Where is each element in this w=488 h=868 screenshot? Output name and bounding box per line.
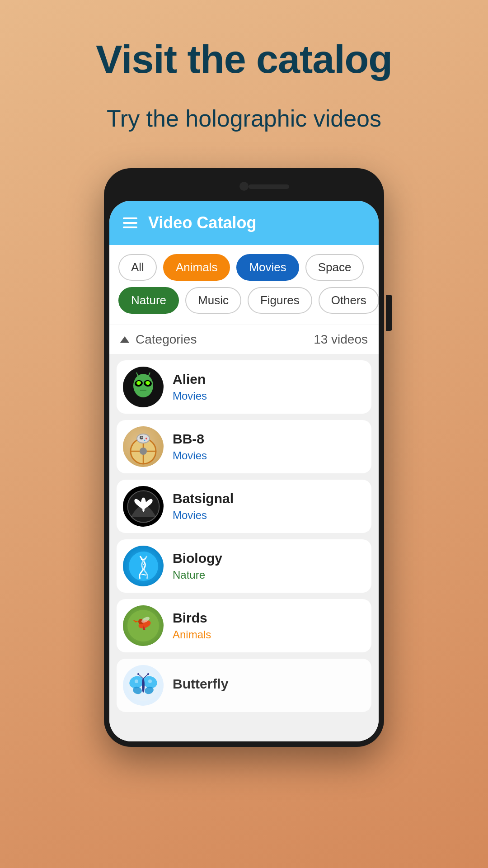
svg-point-15 xyxy=(141,437,143,438)
item-name: Birds xyxy=(173,610,211,626)
batsignal-info: Batsignal Movies xyxy=(173,491,234,522)
phone-notch xyxy=(109,174,379,201)
page-title: Visit the catalog xyxy=(0,36,488,82)
batsignal-avatar xyxy=(123,486,164,527)
phone-frame: Video Catalog All Animals Movies Space N… xyxy=(104,168,384,747)
menu-icon[interactable] xyxy=(123,217,137,228)
filter-all[interactable]: All xyxy=(118,254,157,281)
item-category: Nature xyxy=(173,569,222,581)
svg-point-21 xyxy=(129,552,158,581)
bb8-avatar xyxy=(123,426,164,467)
biology-avatar xyxy=(123,546,164,586)
svg-point-39 xyxy=(147,673,149,675)
item-name: BB-8 xyxy=(173,431,207,447)
chevron-up-icon[interactable] xyxy=(120,336,129,343)
item-name: Biology xyxy=(173,551,222,566)
item-name: Alien xyxy=(173,372,207,387)
filter-music[interactable]: Music xyxy=(185,287,241,314)
butterfly-info: Butterfly xyxy=(173,676,228,694)
svg-point-40 xyxy=(135,679,138,683)
filter-others[interactable]: Others xyxy=(319,287,379,314)
biology-info: Biology Nature xyxy=(173,551,222,581)
categories-left: Categories xyxy=(120,332,197,347)
categories-header: Categories 13 videos xyxy=(109,325,379,354)
phone-speaker xyxy=(249,184,289,189)
categories-label: Categories xyxy=(136,332,197,347)
svg-point-12 xyxy=(140,448,147,455)
phone-side-button xyxy=(386,295,392,331)
filter-nature[interactable]: Nature xyxy=(118,287,179,314)
filter-space[interactable]: Space xyxy=(305,254,364,281)
menu-line-3 xyxy=(123,226,137,228)
list-item[interactable]: Alien Movies xyxy=(117,360,371,414)
svg-point-41 xyxy=(148,679,152,683)
categories-count: 13 videos xyxy=(314,332,368,347)
item-category: Movies xyxy=(173,509,234,522)
item-name: Butterfly xyxy=(173,676,228,692)
alien-avatar xyxy=(123,367,164,407)
filter-row-1: All Animals Movies Space xyxy=(118,254,370,281)
filter-figures[interactable]: Figures xyxy=(248,287,312,314)
list-item[interactable]: Butterfly xyxy=(117,659,371,712)
list-item[interactable]: Batsignal Movies xyxy=(117,480,371,533)
phone-screen: Video Catalog All Animals Movies Space N… xyxy=(109,201,379,741)
svg-point-16 xyxy=(145,438,147,439)
filter-row-2: Nature Music Figures Others xyxy=(118,287,370,314)
list-item[interactable]: Biology Nature xyxy=(117,539,371,593)
app-bar: Video Catalog xyxy=(109,201,379,245)
item-name: Batsignal xyxy=(173,491,234,506)
svg-point-35 xyxy=(142,678,145,693)
item-category: Animals xyxy=(173,628,211,641)
page-header: Visit the catalog Try the holographic vi… xyxy=(0,0,488,132)
list-item[interactable]: BB-8 Movies xyxy=(117,420,371,473)
birds-info: Birds Animals xyxy=(173,610,211,641)
page-subtitle: Try the holographic videos xyxy=(0,105,488,132)
app-bar-title: Video Catalog xyxy=(148,213,256,232)
svg-point-13 xyxy=(137,434,150,443)
svg-point-17 xyxy=(144,440,145,441)
svg-line-7 xyxy=(148,373,150,377)
menu-line-2 xyxy=(123,222,137,224)
bb8-info: BB-8 Movies xyxy=(173,431,207,462)
item-category: Movies xyxy=(173,449,207,462)
video-list: Alien Movies xyxy=(109,354,379,741)
filter-animals[interactable]: Animals xyxy=(163,254,230,281)
list-item[interactable]: Birds Animals xyxy=(117,599,371,652)
svg-point-38 xyxy=(137,673,139,675)
butterfly-avatar xyxy=(123,665,164,706)
menu-line-1 xyxy=(123,217,137,219)
phone-camera xyxy=(239,182,249,191)
alien-info: Alien Movies xyxy=(173,372,207,402)
filter-section: All Animals Movies Space Nature Music Fi… xyxy=(109,245,379,325)
svg-line-6 xyxy=(136,373,138,377)
birds-avatar xyxy=(123,605,164,646)
filter-movies[interactable]: Movies xyxy=(236,254,299,281)
item-category: Movies xyxy=(173,390,207,402)
